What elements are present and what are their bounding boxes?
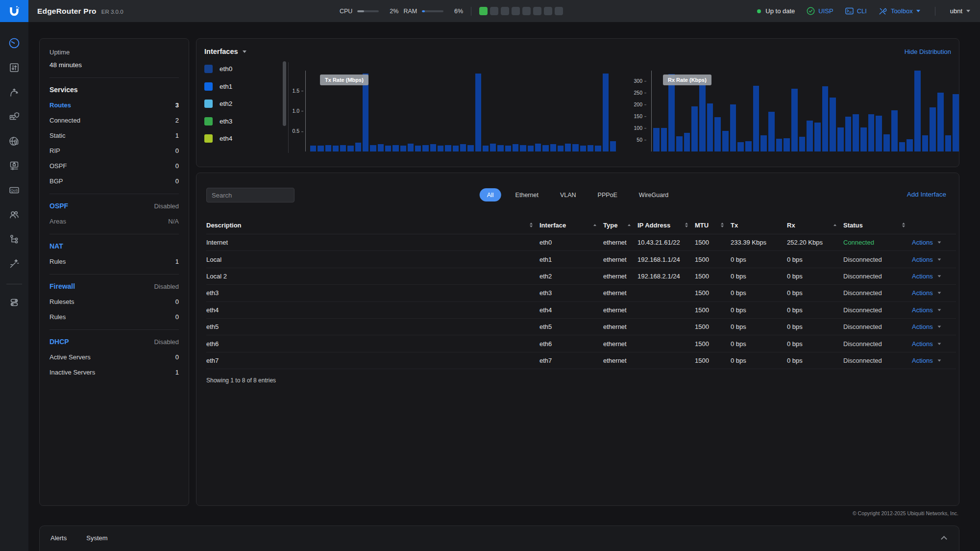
cell-tx: 0 bps xyxy=(731,323,787,330)
stat-value: N/A xyxy=(168,218,179,225)
sort-icon xyxy=(833,224,836,226)
filter-pill-pppoe[interactable]: PPPoE xyxy=(590,188,625,201)
sort-icon xyxy=(530,223,533,227)
stat-label[interactable]: Routes xyxy=(49,101,71,109)
status-badge: Disconnected xyxy=(843,323,912,330)
chart-bar xyxy=(535,144,541,152)
legend-item-eth0[interactable]: eth0 xyxy=(204,60,279,78)
chart-bar xyxy=(768,112,775,151)
column-header-tx[interactable]: Tx xyxy=(731,222,787,229)
chart-bar xyxy=(355,143,361,151)
legend-item-eth1[interactable]: eth1 xyxy=(204,78,279,96)
app-title-group: EdgeRouter Pro ER 3.0.0 xyxy=(37,0,123,22)
column-label: Status xyxy=(843,222,863,229)
tab-system[interactable]: System xyxy=(86,534,107,542)
legend-item-eth3[interactable]: eth3 xyxy=(204,113,279,130)
filter-pill-vlan[interactable]: VLAN xyxy=(553,188,584,201)
sidebar-item-users[interactable] xyxy=(3,203,25,228)
sidebar-item-services[interactable] xyxy=(3,154,25,179)
search-input[interactable] xyxy=(206,188,294,202)
actions-dropdown[interactable]: Actions xyxy=(912,340,956,348)
sidebar-item-system[interactable] xyxy=(3,291,25,316)
actions-dropdown[interactable]: Actions xyxy=(912,306,956,314)
cli-button[interactable]: CLI xyxy=(845,7,867,15)
y-tick-label: 200 xyxy=(634,102,642,107)
chart-bar xyxy=(914,71,921,151)
column-header-mtu[interactable]: MTU xyxy=(695,222,731,229)
column-header-status[interactable]: Status xyxy=(843,222,912,229)
actions-dropdown[interactable]: Actions xyxy=(912,357,956,364)
cell-type: ethernet xyxy=(603,306,637,314)
status-badge: Disconnected xyxy=(843,340,912,348)
section-title[interactable]: NAT xyxy=(49,242,63,250)
cell-tx: 0 bps xyxy=(731,306,787,314)
interface-legend: eth0eth1eth2eth3eth4 xyxy=(204,60,279,150)
chart-bar xyxy=(899,142,906,151)
ubiquiti-logo[interactable] xyxy=(0,0,28,22)
tab-alerts[interactable]: Alerts xyxy=(50,534,67,542)
sidebar-item-interfaces[interactable] xyxy=(3,56,25,81)
filter-pill-ethernet[interactable]: Ethernet xyxy=(508,188,546,201)
section-header: FirewallDisabled xyxy=(49,282,179,290)
cell-description: eth3 xyxy=(206,289,539,297)
sidebar-item-routing[interactable] xyxy=(3,81,25,105)
actions-dropdown[interactable]: Actions xyxy=(912,273,956,280)
interfaces-icon xyxy=(8,62,20,75)
toolbox-label: Toolbox xyxy=(891,7,913,15)
legend-label: eth3 xyxy=(220,118,232,125)
ram-value: 6% xyxy=(448,8,463,15)
chart-bar xyxy=(653,128,660,151)
sidebar-item-qos[interactable]: QoS xyxy=(3,179,25,203)
interfaces-dropdown[interactable]: Interfaces xyxy=(204,48,246,55)
column-header-type[interactable]: Type xyxy=(603,222,637,229)
actions-label: Actions xyxy=(912,357,933,364)
section-title[interactable]: OSPF xyxy=(49,202,68,210)
sidebar-item-nat[interactable] xyxy=(3,130,25,154)
user-menu[interactable]: ubnt xyxy=(950,7,970,15)
chart-bar xyxy=(438,146,443,151)
chart-bar xyxy=(853,114,859,151)
chart-bar xyxy=(603,74,609,151)
sidebar-item-wizards[interactable] xyxy=(3,252,25,277)
update-status-text: Up to date xyxy=(765,7,795,15)
cell-type: ethernet xyxy=(603,273,637,280)
copyright-notice: © Copyright 2012-2025 Ubiquiti Networks,… xyxy=(853,510,958,516)
legend-swatch-icon xyxy=(204,117,213,125)
actions-dropdown[interactable]: Actions xyxy=(912,323,956,330)
column-label: IP Address xyxy=(637,222,670,229)
section-title[interactable]: Firewall xyxy=(49,282,75,290)
actions-dropdown[interactable]: Actions xyxy=(912,256,956,263)
section-title[interactable]: DHCP xyxy=(49,338,69,346)
column-header-rx[interactable]: Rx xyxy=(787,222,843,229)
chart-bar xyxy=(684,133,690,151)
chart-bar xyxy=(837,127,844,151)
stat-value: 3 xyxy=(175,101,179,109)
stat-row: OSPF0 xyxy=(49,162,179,170)
legend-item-eth2[interactable]: eth2 xyxy=(204,95,279,113)
sidebar-item-config-tree[interactable] xyxy=(3,228,25,252)
ram-label: RAM xyxy=(403,8,417,15)
actions-dropdown[interactable]: Actions xyxy=(912,239,956,246)
y-tick-label: 150 xyxy=(634,114,642,119)
dashboard-icon xyxy=(8,37,21,51)
sort-icon xyxy=(685,223,688,227)
filter-pill-wireguard[interactable]: WireGuard xyxy=(632,188,676,201)
column-header-description[interactable]: Description xyxy=(206,222,539,229)
hide-distribution-link[interactable]: Hide Distribution xyxy=(905,48,951,55)
sidebar-item-firewall[interactable] xyxy=(3,105,25,130)
cell-rx: 0 bps xyxy=(787,357,843,364)
column-header-interface[interactable]: Interface xyxy=(539,222,603,229)
stat-value: 0 xyxy=(175,353,179,361)
filter-pill-all[interactable]: All xyxy=(480,188,501,201)
actions-dropdown[interactable]: Actions xyxy=(912,289,956,297)
ram-meter xyxy=(422,10,443,12)
nav-rail: QoS xyxy=(0,22,28,551)
sidebar-item-dashboard[interactable] xyxy=(3,32,25,56)
legend-item-eth4[interactable]: eth4 xyxy=(204,130,279,148)
add-interface-button[interactable]: Add Interface xyxy=(907,191,946,198)
chart-bar xyxy=(408,144,414,152)
cell-tx: 0 bps xyxy=(731,273,787,280)
uisp-button[interactable]: UISP xyxy=(807,7,833,15)
column-header-ip-address[interactable]: IP Address xyxy=(637,222,695,229)
toolbox-menu[interactable]: Toolbox xyxy=(879,7,920,15)
